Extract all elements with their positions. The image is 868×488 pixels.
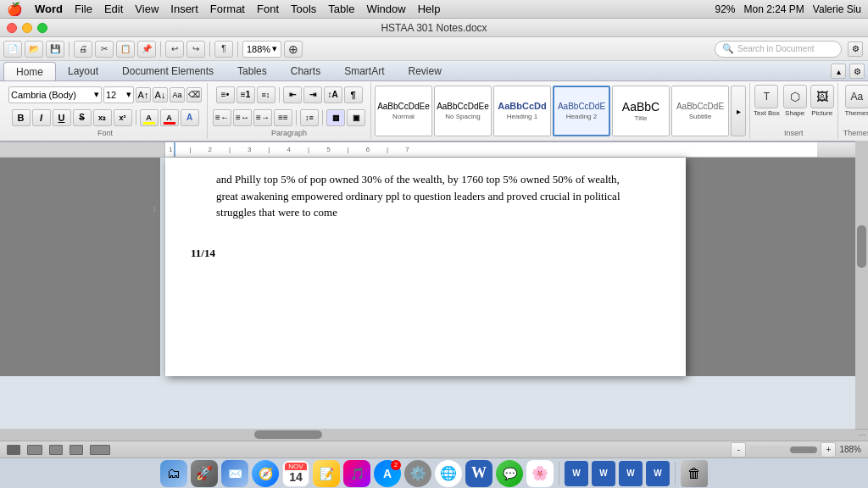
style-nospacing[interactable]: AaBbCcDdEe No Spacing	[434, 86, 492, 136]
dock-notes[interactable]: 📝	[313, 460, 340, 487]
text-effects-button[interactable]: A	[181, 109, 199, 126]
view-outline-icon[interactable]	[27, 445, 42, 455]
multilevel-button[interactable]: ≡↕	[257, 86, 275, 103]
dock-launchpad[interactable]: 🚀	[191, 460, 218, 487]
redo-button[interactable]: ↪	[186, 41, 205, 58]
insert-menu[interactable]: Insert	[170, 3, 198, 15]
tab-smartart[interactable]: SmartArt	[332, 62, 396, 80]
dock-system-prefs[interactable]: ⚙️	[404, 460, 431, 487]
line-spacing[interactable]: ↕≡	[300, 109, 319, 126]
increase-indent[interactable]: ⇥	[303, 86, 322, 103]
tab-review[interactable]: Review	[396, 62, 453, 80]
dock-trash[interactable]: 🗑	[681, 460, 708, 487]
view-print-icon[interactable]	[70, 445, 83, 455]
vertical-scrollbar[interactable]: ⋯	[855, 141, 868, 441]
zoom-box[interactable]: 188% ▾	[242, 41, 281, 58]
decrease-indent[interactable]: ⇤	[283, 86, 302, 103]
dock-music[interactable]: 🎵	[343, 460, 370, 487]
font-size-decrease[interactable]: A↓	[153, 87, 168, 103]
minimize-button[interactable]	[22, 23, 32, 33]
font-menu[interactable]: Font	[257, 3, 279, 15]
themes-button[interactable]: Aa Themes	[844, 85, 868, 117]
dock-calendar[interactable]: NOV 14	[282, 460, 309, 487]
format-menu[interactable]: Format	[210, 3, 245, 15]
edit-menu[interactable]: Edit	[104, 3, 123, 15]
style-heading2[interactable]: AaBbCcDdE Heading 2	[553, 86, 610, 136]
dock-mail[interactable]: ✉️	[221, 460, 248, 487]
print-button[interactable]: 🖨	[74, 41, 92, 58]
word-menu[interactable]: Word	[35, 3, 63, 15]
search-document[interactable]: 🔍 Search in Document	[715, 41, 842, 58]
pilcrow-toggle[interactable]: ¶	[344, 86, 363, 103]
strikethrough-button[interactable]: S	[73, 109, 92, 126]
view-web-icon[interactable]	[49, 445, 63, 455]
close-button[interactable]	[7, 23, 17, 33]
shading-button[interactable]: ▦	[326, 109, 345, 126]
highlight-button[interactable]: A	[140, 109, 159, 126]
save-button[interactable]: 💾	[46, 41, 64, 58]
dock-finder[interactable]: 🗂	[160, 460, 187, 487]
window-menu[interactable]: Window	[366, 3, 405, 15]
ribbon-collapse[interactable]: ▴	[831, 64, 846, 79]
tab-charts[interactable]: Charts	[279, 62, 332, 80]
view-menu[interactable]: View	[135, 3, 159, 15]
cut-button[interactable]: ✂	[95, 41, 114, 58]
undo-button[interactable]: ↩	[165, 41, 184, 58]
zoom-fit-button[interactable]: ⊕	[284, 41, 303, 58]
dock-safari[interactable]: 🧭	[252, 460, 279, 487]
numbering-button[interactable]: ≡1	[236, 86, 255, 103]
align-center[interactable]: ≡↔	[233, 109, 252, 126]
font-case-button[interactable]: Aa	[170, 87, 185, 103]
font-size-select[interactable]: 12 ▾	[103, 86, 134, 103]
underline-button[interactable]: U	[53, 109, 71, 126]
ribbon-options[interactable]: ⚙	[849, 64, 865, 79]
view-normal-icon[interactable]	[7, 445, 20, 455]
horizontal-scrollbar[interactable]	[0, 429, 855, 441]
dock-word-doc-1[interactable]: W	[565, 461, 588, 486]
bullets-button[interactable]: ≡•	[216, 86, 235, 103]
scrollbar-thumb[interactable]	[857, 225, 866, 268]
font-size-increase[interactable]: A↑	[136, 87, 151, 103]
apple-menu[interactable]: 🍎	[7, 2, 23, 17]
paste-button[interactable]: 📌	[137, 41, 156, 58]
zoom-out-button[interactable]: -	[731, 442, 746, 458]
superscript-button[interactable]: x²	[114, 109, 132, 126]
tab-layout[interactable]: Layout	[56, 62, 110, 80]
style-title[interactable]: AaBbC Title	[612, 86, 670, 136]
zoom-slider[interactable]	[749, 446, 817, 453]
tools-menu[interactable]: Tools	[291, 3, 316, 15]
textbox-button[interactable]: T Text Box	[754, 85, 780, 117]
align-justify[interactable]: ≡≡	[274, 109, 292, 126]
font-family-select[interactable]: Cambria (Body) ▾	[8, 86, 102, 103]
styles-scroll-right[interactable]: ▸	[731, 86, 746, 136]
sort-button[interactable]: ↕A	[324, 86, 342, 103]
align-right[interactable]: ≡→	[253, 109, 272, 126]
style-subtitle[interactable]: AaBbCcDdE Subtitle	[671, 86, 729, 136]
open-button[interactable]: 📂	[25, 41, 43, 58]
dock-appstore[interactable]: A 2	[374, 460, 401, 487]
dock-word-doc-4[interactable]: W	[646, 461, 670, 486]
copy-button[interactable]: 📋	[116, 41, 135, 58]
dock-chrome[interactable]: 🌐	[435, 460, 462, 487]
new-doc-button[interactable]: 📄	[3, 41, 22, 58]
style-normal[interactable]: AaBbCcDdEe Normal	[375, 86, 432, 136]
document-page[interactable]: and Philly top 5% of pop owned 30% of th…	[165, 158, 686, 376]
dock-word-doc-2[interactable]: W	[592, 461, 615, 486]
subscript-button[interactable]: x₂	[93, 109, 112, 126]
dock-photos[interactable]: 🌸	[526, 460, 554, 487]
style-heading1[interactable]: AaBbCcDd Heading 1	[493, 86, 551, 136]
tab-document-elements[interactable]: Document Elements	[110, 62, 225, 80]
dock-messages[interactable]: 💬	[496, 460, 523, 487]
toolbar-gear[interactable]: ⚙	[848, 42, 863, 57]
scrollbar-bottom[interactable]: ⋯	[855, 429, 868, 441]
dock-word-doc-3[interactable]: W	[619, 461, 643, 486]
dock-word-app[interactable]: W	[465, 460, 492, 487]
font-clear-format[interactable]: ⌫	[186, 87, 202, 103]
bold-button[interactable]: B	[12, 109, 31, 126]
h-scrollbar-thumb[interactable]	[254, 430, 322, 439]
pilcrow-button[interactable]: ¶	[214, 41, 233, 58]
fullscreen-button[interactable]	[37, 23, 47, 33]
picture-button[interactable]: 🖼 Picture	[810, 85, 834, 117]
align-left[interactable]: ≡←	[213, 109, 231, 126]
shape-button[interactable]: ⬡ Shape	[783, 85, 807, 117]
